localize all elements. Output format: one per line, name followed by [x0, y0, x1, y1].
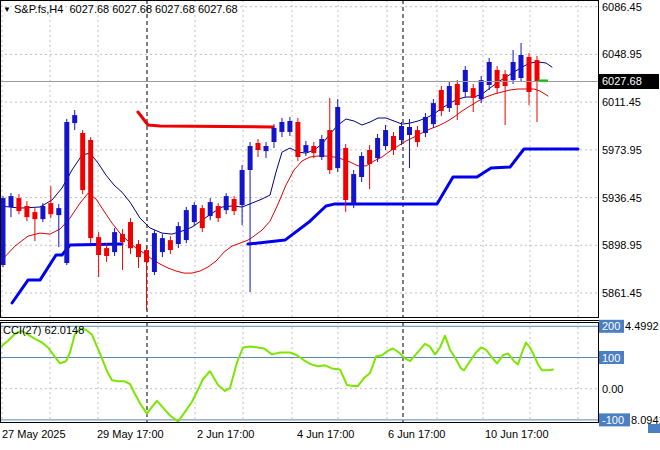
candle-body: [495, 70, 500, 88]
candle-body: [359, 156, 364, 177]
time-axis-label: 4 Jun 17:00: [297, 428, 355, 440]
candle-body: [327, 130, 332, 170]
candle-body: [479, 80, 484, 99]
time-axis[interactable]: 27 May 202529 May 17:002 Jun 17:004 Jun …: [2, 428, 549, 440]
candle-body: [256, 143, 261, 150]
svg-text:5973.95: 5973.95: [602, 144, 642, 156]
candle-body: [503, 74, 508, 86]
candle-body: [383, 130, 388, 146]
candle-body: [367, 150, 372, 164]
collapse-icon[interactable]: ▼: [3, 5, 11, 14]
candle-body: [64, 122, 69, 263]
candle-body: [319, 139, 324, 157]
candle-body: [391, 136, 396, 150]
candle-body: [535, 60, 540, 81]
candle-body: [527, 57, 532, 92]
cci-zero-label: 0.00: [602, 383, 623, 395]
candle-body: [343, 148, 348, 200]
candle-body: [112, 232, 117, 252]
svg-text:200: 200: [602, 320, 620, 332]
time-axis-label: 6 Jun 17:00: [388, 428, 446, 440]
candle-body: [439, 90, 444, 111]
candle-body: [9, 196, 14, 207]
candle-body: [431, 103, 436, 124]
main-panel[interactable]: [0, 0, 598, 317]
candle-body: [511, 62, 516, 80]
candle-body: [152, 233, 157, 272]
candle-body: [455, 84, 460, 105]
svg-text:5936.45: 5936.45: [602, 192, 642, 204]
candle-body: [471, 88, 476, 98]
candle-body: [128, 222, 133, 248]
ohlc-quote-line: 6027.68 6027.68 6027.68 6027.68: [69, 3, 237, 15]
candle-body: [311, 146, 316, 153]
svg-text:100: 100: [602, 352, 620, 364]
svg-text:-100: -100: [602, 414, 624, 426]
candle-body: [40, 206, 45, 219]
chart-window: 6086.456048.956011.455973.955936.455898.…: [0, 0, 660, 450]
candle-body: [423, 117, 428, 133]
candle-body: [56, 208, 61, 215]
indicator-panel-border: [1, 323, 599, 423]
time-axis-label: 27 May 2025: [2, 428, 66, 440]
candle-body: [120, 234, 125, 242]
current-price-label: 6027.68: [602, 75, 642, 87]
candle-body: [264, 146, 269, 151]
candle-body: [88, 140, 93, 238]
svg-text:5861.45: 5861.45: [602, 287, 642, 299]
candle-body: [248, 146, 253, 170]
candle-body: [224, 196, 229, 210]
candle-body: [399, 126, 404, 140]
resistance-line: [138, 112, 273, 127]
svg-text:6011.45: 6011.45: [602, 96, 641, 108]
candle-body: [192, 205, 197, 222]
candle-body: [351, 174, 356, 204]
candle-body: [136, 244, 141, 257]
symbol-period-label: S&P.fs,H4: [14, 3, 63, 15]
candle-body: [415, 130, 420, 142]
indicator-axis[interactable]: 2004.49921000.00-1008.0941: [599, 320, 660, 427]
candle-body: [232, 199, 237, 211]
candle-body: [104, 248, 109, 256]
candle-body: [200, 208, 205, 228]
candle-body: [279, 122, 284, 132]
cci-line: [0, 329, 553, 422]
candle-body: [287, 121, 292, 132]
candle-body: [24, 206, 29, 217]
indicator-name-label: CCI(27) 62.0148: [3, 324, 84, 336]
candle-body: [519, 55, 524, 78]
candle-body: [407, 127, 412, 135]
support-line-2: [248, 149, 578, 244]
candle-body: [32, 212, 37, 219]
candle-body: [1, 198, 6, 265]
chart-title: ▼ S&P.fs,H4 6027.68 6027.68 6027.68 6027…: [3, 3, 238, 15]
candle-body: [48, 203, 53, 214]
candle-body: [96, 237, 101, 255]
corner-scroll-marker[interactable]: [648, 424, 660, 433]
candle-body: [375, 138, 380, 158]
time-axis-label: 29 May 17:00: [97, 428, 164, 440]
time-axis-label: 2 Jun 17:00: [197, 428, 255, 440]
price-axis[interactable]: 6086.456048.956011.455973.955936.455898.…: [599, 1, 659, 299]
candle-body: [208, 202, 213, 216]
candle-body: [176, 226, 181, 244]
candle-body: [240, 170, 245, 205]
price-chart-canvas[interactable]: 6086.456048.956011.455973.955936.455898.…: [0, 0, 660, 450]
indicator-gridlines: [2, 322, 578, 422]
candle-body: [216, 206, 221, 218]
candle-body: [295, 122, 300, 157]
indicator-panel[interactable]: [0, 322, 598, 422]
time-axis-label: 10 Jun 17:00: [485, 428, 549, 440]
candle-body: [272, 128, 277, 142]
candle-body: [335, 107, 340, 168]
candle-body: [184, 210, 189, 240]
candle-body: [160, 238, 165, 252]
candle-body: [168, 240, 173, 250]
cci-scale-max-label: 4.4992: [625, 320, 659, 332]
candle-body: [303, 145, 308, 152]
candle-body: [144, 250, 149, 262]
candle-body: [16, 198, 21, 211]
svg-text:5898.95: 5898.95: [602, 239, 642, 251]
candle-body: [447, 86, 452, 108]
svg-text:6086.45: 6086.45: [602, 1, 642, 13]
